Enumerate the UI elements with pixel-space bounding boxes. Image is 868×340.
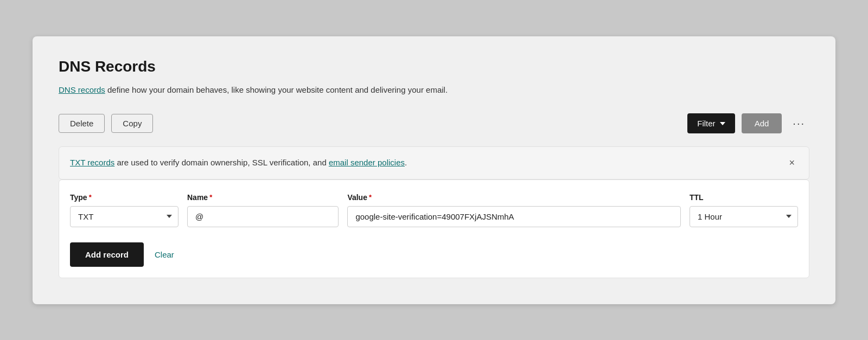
ttl-label: TTL [690,193,798,202]
name-input[interactable] [187,206,339,227]
email-sender-policies-link[interactable]: email sender policies [329,158,405,167]
toolbar-left: Delete Copy [59,114,153,133]
delete-button[interactable]: Delete [59,114,105,133]
name-required-star: * [209,193,212,201]
name-label: Name * [187,193,339,202]
name-field-group: Name * [187,193,339,227]
toolbar-right: Filter Add ··· [687,113,809,133]
copy-button[interactable]: Copy [111,114,153,133]
type-select-wrapper: TXT A AAAA CNAME MX NS SOA SRV CAA [70,206,178,227]
form-row: Type * TXT A AAAA CNAME MX NS SOA SRV [70,193,798,227]
ttl-select[interactable]: 1 Hour 30 Minutes 1 Day Custom [690,206,798,227]
value-required-star: * [369,193,372,201]
filter-label: Filter [697,119,715,128]
add-record-form: Type * TXT A AAAA CNAME MX NS SOA SRV [59,179,809,278]
more-options-button[interactable]: ··· [788,114,809,133]
clear-button[interactable]: Clear [155,250,174,259]
page-title: DNS Records [59,58,809,75]
value-field-group: Value * [347,193,681,227]
dns-records-link[interactable]: DNS records [59,85,105,94]
value-label: Value * [347,193,681,202]
form-actions: Add record Clear [70,242,798,267]
chevron-down-icon [720,122,725,125]
value-input[interactable] [347,206,681,227]
info-banner: TXT records are used to verify domain ow… [59,146,809,179]
type-required-star: * [89,193,92,201]
filter-button[interactable]: Filter [687,113,735,133]
add-record-button[interactable]: Add record [70,242,144,267]
ttl-field-group: TTL 1 Hour 30 Minutes 1 Day Custom [690,193,798,227]
txt-records-link[interactable]: TXT records [70,158,114,167]
info-section: TXT records are used to verify domain ow… [59,146,809,278]
type-label: Type * [70,193,178,202]
ttl-select-wrapper: 1 Hour 30 Minutes 1 Day Custom [690,206,798,227]
info-banner-text: TXT records are used to verify domain ow… [70,157,407,169]
add-button[interactable]: Add [742,113,782,133]
dns-records-card: DNS Records DNS records define how your … [33,36,835,304]
type-field-group: Type * TXT A AAAA CNAME MX NS SOA SRV [70,193,178,227]
page-description: DNS records define how your domain behav… [59,84,809,97]
close-banner-button[interactable]: × [786,157,798,169]
toolbar: Delete Copy Filter Add ··· [59,113,809,133]
type-select[interactable]: TXT A AAAA CNAME MX NS SOA SRV CAA [70,206,178,227]
